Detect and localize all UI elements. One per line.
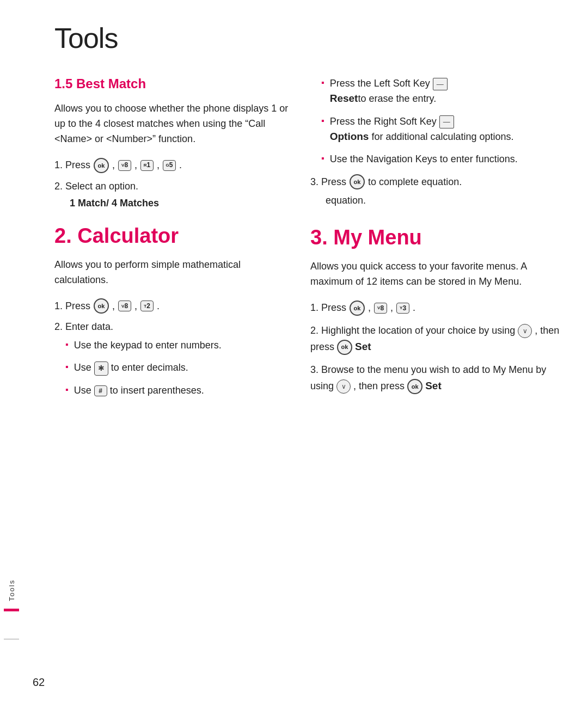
calc-right-bullet3-text: Use the Navigation Keys to enter functio… bbox=[330, 152, 518, 167]
calculator-step2-line: 2. Enter data. bbox=[54, 321, 289, 333]
my-menu-step2-text: 2. Highlight the location of your choice… bbox=[310, 323, 561, 355]
r-b1-reset: Reset bbox=[330, 93, 358, 104]
equation-text: equation. bbox=[326, 195, 366, 206]
calculator-step1: 1. Press ok , V8 , T2 . bbox=[54, 298, 289, 314]
r-b2-prefix: Press the Right Soft Key bbox=[330, 116, 437, 127]
right-soft-key-icon: — bbox=[439, 115, 454, 128]
step2-ok-key: ok bbox=[337, 340, 352, 355]
best-match-description: Allows you to choose whether the phone d… bbox=[54, 101, 289, 147]
section-best-match: 1.5 Best Match Allows you to choose whet… bbox=[54, 76, 289, 209]
bullet-dot-1: ▪ bbox=[65, 340, 69, 350]
calc-b2-suffix: to enter decimals. bbox=[111, 362, 188, 373]
best-match-step2-options: 1 Match/ 4 Matches bbox=[70, 198, 289, 209]
calc-step3-ok-key: ok bbox=[350, 174, 365, 189]
calculator-step2: 2. Enter data. ▪ Use the keypad to enter… bbox=[54, 321, 289, 397]
calc-b2-prefix: Use bbox=[74, 362, 91, 373]
page-number: 62 bbox=[33, 676, 45, 689]
my-menu-step2-prefix: 2. Highlight the location of your choice… bbox=[310, 325, 515, 336]
calc-right-bullet2: ▪ Press the Right Soft Key — Options for… bbox=[321, 114, 561, 145]
comma2: , bbox=[134, 160, 137, 171]
calculator-heading: 2. Calculator bbox=[54, 224, 289, 248]
calc-bullet2-text: Use ✱ to enter decimals. bbox=[74, 360, 188, 375]
best-match-step1-line: 1. Press ok , V8 , R1 , G5 . bbox=[54, 158, 289, 173]
step1-prefix: 1. Press bbox=[54, 160, 90, 171]
best-match-step2: 2. Select an option. 1 Match/ 4 Matches bbox=[54, 181, 289, 209]
calc-bullet3-text: Use # to insert parentheses. bbox=[74, 383, 204, 398]
ok-key-icon: ok bbox=[94, 158, 109, 173]
step3-set-label: Set bbox=[425, 380, 442, 391]
my-menu-v8-key: V8 bbox=[374, 303, 387, 314]
star-key-icon: ✱ bbox=[94, 361, 108, 376]
calc-right-bullet3: ▪ Use the Navigation Keys to enter funct… bbox=[321, 152, 561, 167]
side-tab-line bbox=[4, 639, 19, 640]
my-menu-step2: 2. Highlight the location of your choice… bbox=[310, 323, 561, 355]
calc-step3-prefix: 3. Press bbox=[310, 176, 346, 188]
calc-comma1: , bbox=[112, 301, 115, 312]
my-menu-step3-text: 3. Browse to the menu you wish to add to… bbox=[310, 363, 561, 394]
calc-comma2: , bbox=[134, 301, 137, 312]
bullet-dot-3: ▪ bbox=[65, 385, 69, 395]
best-match-step2-line: 2. Select an option. bbox=[54, 181, 289, 192]
page-title: Tools bbox=[54, 22, 561, 54]
calc-right-bullet1: ▪ Press the Left Soft Key — Resetto eras… bbox=[321, 76, 561, 107]
calc-bullet2: ▪ Use ✱ to enter decimals. bbox=[65, 360, 289, 375]
calc-bullet3: ▪ Use # to insert parentheses. bbox=[65, 383, 289, 398]
my-menu-period: . bbox=[413, 302, 415, 314]
hash-key-icon: # bbox=[94, 385, 107, 396]
comma1: , bbox=[112, 160, 115, 171]
right-bullet-dot-3: ▪ bbox=[321, 154, 324, 163]
my-menu-comma1: , bbox=[368, 302, 371, 314]
my-menu-step1-prefix: 1. Press bbox=[310, 302, 346, 314]
best-match-step1: 1. Press ok , V8 , R1 , G5 . bbox=[54, 158, 289, 173]
calc-step3: 3. Press ok to complete equation. equati… bbox=[310, 174, 561, 206]
calc-right-bullet2-text: Press the Right Soft Key — Options for a… bbox=[330, 114, 514, 145]
g5-key-icon: G5 bbox=[163, 160, 176, 171]
r-b1-prefix: Press the Left Soft Key bbox=[330, 78, 430, 89]
left-column: 1.5 Best Match Allows you to choose whet… bbox=[54, 76, 289, 672]
r-b2-suffix: for additional calculating options. bbox=[369, 131, 513, 142]
calc-step3-suffix: to complete equation. bbox=[368, 176, 462, 188]
best-match-heading: 1.5 Best Match bbox=[54, 76, 289, 91]
calc-b3-suffix: to insert parentheses. bbox=[110, 385, 204, 396]
my-menu-step1: 1. Press ok , V8 , Y3 . bbox=[310, 301, 561, 316]
r1-key-icon: R1 bbox=[140, 160, 154, 171]
calc-right-bullet1-text: Press the Left Soft Key — Resetto erase … bbox=[330, 76, 448, 107]
my-menu-step3: 3. Browse to the menu you wish to add to… bbox=[310, 363, 561, 394]
side-tab-bar bbox=[4, 609, 19, 611]
page: Tools Tools 1.5 Best Match Allows you to… bbox=[0, 0, 588, 705]
r-b2-options: Options bbox=[330, 131, 369, 142]
calc-step1-prefix: 1. Press bbox=[54, 301, 90, 312]
r-b1-suffix: to erase the entry. bbox=[358, 93, 436, 104]
my-menu-heading: 3. My Menu bbox=[310, 226, 561, 249]
my-menu-comma2: , bbox=[390, 302, 393, 314]
step3-ok-key: ok bbox=[407, 379, 422, 394]
calc-step2-prefix: 2. Enter data. bbox=[54, 321, 113, 333]
section-calculator: 2. Calculator Allows you to perform simp… bbox=[54, 224, 289, 398]
comma3: , bbox=[157, 160, 160, 171]
nav-key-icon-step3: ∨ bbox=[336, 379, 351, 394]
step2-set-label: Set bbox=[355, 341, 371, 352]
my-menu-step3-middle: , then press bbox=[353, 381, 405, 391]
my-menu-step1-line: 1. Press ok , V8 , Y3 . bbox=[310, 301, 561, 316]
right-column: ▪ Press the Left Soft Key — Resetto eras… bbox=[310, 76, 561, 672]
calc-v8-key: V8 bbox=[118, 301, 131, 311]
calculator-right-section: ▪ Press the Left Soft Key — Resetto eras… bbox=[310, 76, 561, 206]
calculator-step1-line: 1. Press ok , V8 , T2 . bbox=[54, 298, 289, 314]
calc-bullet1-text: Use the keypad to enter numbers. bbox=[74, 338, 222, 353]
calc-step3-line: 3. Press ok to complete equation. bbox=[310, 174, 561, 189]
calc-b3-prefix: Use bbox=[74, 385, 91, 396]
calc-t2-key: T2 bbox=[140, 301, 154, 311]
section-my-menu: 3. My Menu Allows you quick access to yo… bbox=[310, 226, 561, 394]
calc-step3-equation: equation. bbox=[326, 195, 561, 206]
nav-key-icon-step2: ∨ bbox=[518, 324, 532, 338]
calculator-description: Allows you to perform simple mathematica… bbox=[54, 258, 289, 288]
right-bullet-dot-1: ▪ bbox=[321, 78, 324, 88]
period1: . bbox=[179, 160, 182, 171]
side-tab-label: Tools bbox=[8, 579, 16, 601]
two-column-layout: 1.5 Best Match Allows you to choose whet… bbox=[54, 76, 561, 672]
calc-period: . bbox=[157, 301, 160, 312]
main-content: Tools 1.5 Best Match Allows you to choos… bbox=[33, 0, 588, 705]
calc-ok-key: ok bbox=[94, 298, 109, 314]
v8-key-icon: V8 bbox=[118, 160, 131, 171]
left-soft-key-icon: — bbox=[433, 78, 448, 91]
